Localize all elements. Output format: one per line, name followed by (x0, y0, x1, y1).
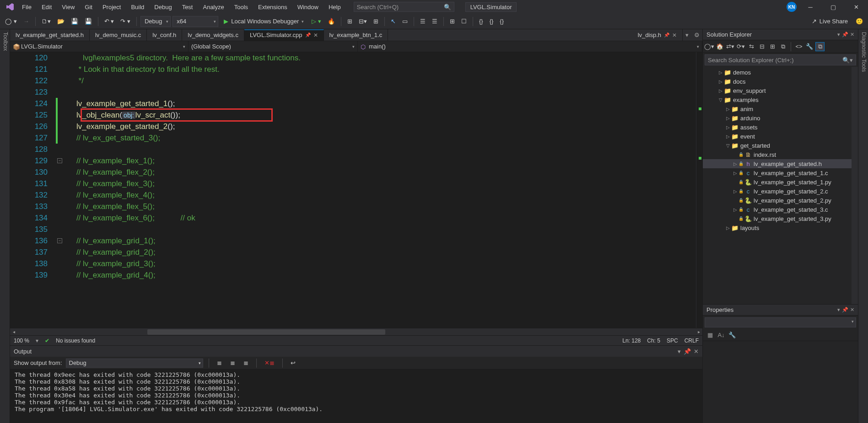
insert-mode[interactable]: SPC (667, 337, 678, 344)
props-dropdown-icon[interactable]: ▾ (837, 307, 840, 313)
menu-git[interactable]: Git (80, 2, 97, 12)
code-line-122[interactable]: */ (64, 75, 696, 86)
tab-LVGL.Simulator.cpp[interactable]: LVGL.Simulator.cpp📌✕ (244, 29, 324, 41)
solution-search-input[interactable]: Search Solution Explorer (Ctrl+;) 🔍▾ (705, 54, 856, 65)
output-header[interactable]: Output ▾ 📌 ✕ (10, 346, 702, 357)
panel-pin-icon[interactable]: 📌 (684, 348, 691, 355)
nav-project-combo[interactable]: 📦 LVGL.Simulator (10, 41, 189, 52)
feedback-icon[interactable]: 🙂 (853, 16, 865, 26)
tree-item-docs[interactable]: ▷📁docs (703, 77, 852, 86)
fold-toggle[interactable]: − (57, 238, 62, 243)
tree-item-examples[interactable]: ▽📁examples (703, 95, 852, 104)
tree-item-lv_example_get_started_1.c[interactable]: ▷🔒clv_example_get_started_1.c (703, 168, 852, 177)
output-clear-icon[interactable]: ✕≣ (262, 358, 277, 368)
nav-function-combo[interactable]: ⬡ main() (358, 41, 702, 52)
fold-toggle[interactable]: − (57, 158, 62, 163)
expand-icon[interactable]: ▽ (725, 143, 731, 148)
code-line-135[interactable] (64, 224, 696, 235)
expand-icon[interactable]: ▷ (725, 134, 731, 139)
se-home-icon[interactable]: 🏠 (715, 42, 724, 51)
tree-item-demos[interactable]: ▷📁demos (703, 68, 852, 77)
tree-item-lv_example_get_started.h[interactable]: ▷🔒hlv_example_get_started.h (703, 159, 852, 168)
menu-edit[interactable]: Edit (37, 2, 56, 12)
hot-reload-button[interactable]: 🔥 (325, 16, 337, 26)
se-collapse-icon[interactable]: ⊟ (757, 42, 766, 51)
properties-header[interactable]: Properties ▾ 📌 ✕ (703, 305, 858, 316)
properties-object-combo[interactable] (705, 317, 856, 327)
code-line-129[interactable]: // lv_example_flex_1(); (64, 155, 696, 166)
se-wrench-icon[interactable]: 🔧 (805, 42, 814, 51)
expand-icon[interactable]: ▽ (717, 97, 724, 102)
tree-item-lv_example_get_started_1.py[interactable]: 🔒🐍lv_example_get_started_1.py (703, 177, 852, 187)
tab-lv_demo_widgets.c[interactable]: lv_demo_widgets.c (182, 29, 244, 41)
menu-extensions[interactable]: Extensions (253, 2, 292, 12)
hscroll-left[interactable]: ◂ (10, 328, 17, 336)
code-line-124[interactable]: lv_example_get_started_1(); (64, 98, 696, 109)
props-wrench-icon[interactable]: 🔧 (728, 331, 737, 340)
nav-back-button[interactable]: ◯ ▾ (3, 16, 19, 26)
code-line-138[interactable]: // lv_example_grid_3(); (64, 258, 696, 269)
diagnostic-tools-rail[interactable]: Diagnostic Tools (858, 29, 868, 423)
close-icon[interactable]: ✕ (672, 32, 677, 38)
output-wrap-icon[interactable]: ↩ (288, 358, 298, 368)
expand-icon[interactable]: ▷ (732, 161, 739, 166)
expand-icon[interactable]: ▷ (732, 171, 739, 176)
se-dropdown-icon[interactable]: ▾ (837, 32, 840, 37)
tree-item-index.rst[interactable]: 🔒🗎index.rst (703, 150, 852, 159)
code-body[interactable]: lvgl\examples5 directory. Here are a few… (64, 52, 696, 328)
menu-tools[interactable]: Tools (230, 2, 253, 12)
code-line-133[interactable]: // lv_example_flex_5(); (64, 201, 696, 212)
se-showall-icon[interactable]: ⊞ (768, 42, 777, 51)
output-tb-1[interactable]: ≣ (215, 358, 224, 368)
solution-tree[interactable]: ▷📁demos▷📁docs▷📁env_support▽📁examples▷📁an… (703, 67, 852, 304)
tree-item-lv_example_get_started_3.py[interactable]: 🔒🐍lv_example_get_started_3.py (703, 214, 852, 223)
nav-forward-button[interactable]: → (21, 16, 32, 26)
start-debug-button[interactable]: ▶ Local Windows Debugger ▾ (220, 16, 307, 26)
tab-lv_example_get_started.h[interactable]: lv_example_get_started.h (10, 29, 90, 41)
toolbox-rail[interactable]: Toolbox (0, 29, 10, 423)
expand-icon[interactable]: ▷ (732, 189, 739, 194)
tb-icon-2[interactable]: ⊟▾ (356, 16, 369, 26)
se-filter-icon[interactable]: ⇆ (747, 42, 756, 51)
close-button[interactable]: ✕ (847, 0, 865, 14)
menu-help[interactable]: Help (324, 2, 345, 12)
code-line-134[interactable]: // lv_example_flex_6(); // ok (64, 212, 696, 224)
output-tb-3[interactable]: ≣ (241, 358, 251, 368)
expand-icon[interactable]: ▷ (717, 88, 724, 93)
se-pin-icon[interactable]: 📌 (842, 32, 848, 37)
tb-icon-8[interactable]: ⊞ (447, 16, 457, 26)
tree-item-arduino[interactable]: ▷📁arduino (703, 113, 852, 123)
tab-overflow[interactable]: ▾ (683, 29, 691, 41)
code-line-127[interactable]: // lv_ex_get_started_3(); (64, 132, 696, 144)
tree-item-assets[interactable]: ▷📁assets (703, 123, 852, 132)
pin-icon[interactable]: 📌 (664, 32, 669, 37)
tb-icon-6[interactable]: ☰ (418, 16, 428, 26)
props-pin-icon[interactable]: 📌 (842, 307, 848, 313)
props-close-icon[interactable]: ✕ (850, 307, 854, 313)
se-switch-icon[interactable]: ⇄▾ (726, 42, 735, 51)
zoom-level[interactable]: 100 % (14, 337, 29, 344)
expand-icon[interactable]: ▷ (725, 125, 731, 130)
tree-item-event[interactable]: ▷📁event (703, 132, 852, 141)
code-line-121[interactable]: * Look in that directory to find all the… (64, 64, 696, 75)
tab-lv_demo_music.c[interactable]: lv_demo_music.c (90, 29, 147, 41)
code-line-137[interactable]: // lv_example_grid_2(); (64, 246, 696, 258)
tree-item-lv_example_get_started_2.c[interactable]: ▷🔒clv_example_get_started_2.c (703, 187, 852, 196)
tree-item-lv_example_get_started_3.c[interactable]: ▷🔒clv_example_get_started_3.c (703, 205, 852, 214)
tb-icon-1[interactable]: ⊞ (345, 16, 355, 26)
panel-dropdown-icon[interactable]: ▾ (678, 348, 681, 355)
tree-item-get_started[interactable]: ▽📁get_started (703, 141, 852, 150)
menu-file[interactable]: File (17, 2, 36, 12)
code-line-125[interactable]: lv_obj_clean(obj:lv_scr_act()); (64, 109, 696, 121)
eol-mode[interactable]: CRLF (685, 337, 699, 344)
tb-icon-9[interactable]: {} (477, 16, 485, 26)
se-code-icon[interactable]: <> (794, 42, 803, 51)
tb-icon-5[interactable]: ▭ (400, 16, 410, 26)
code-line-136[interactable]: // lv_example_grid_1(); (64, 235, 696, 246)
line-indicator[interactable]: Ln: 128 (622, 337, 641, 344)
output-tb-2[interactable]: ≣ (228, 358, 237, 368)
code-line-130[interactable]: // lv_example_flex_2(); (64, 166, 696, 178)
tab-lv_example_btn_1.c[interactable]: lv_example_btn_1.c (324, 29, 388, 41)
hscroll-thumb[interactable] (147, 329, 385, 335)
pin-icon[interactable]: 📌 (305, 32, 311, 37)
